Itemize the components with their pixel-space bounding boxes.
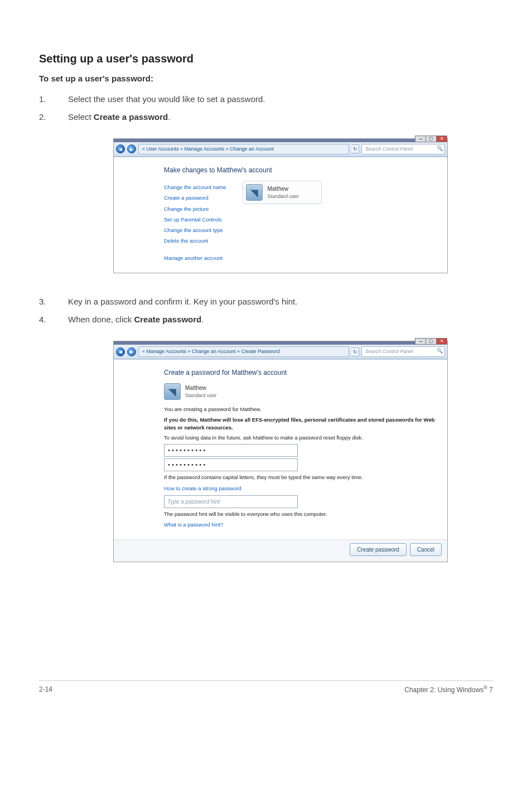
step-2: Select Create a password. bbox=[39, 111, 493, 124]
note-creating: You are creating a password for Matthew. bbox=[164, 405, 435, 413]
page-number: 2-14 bbox=[39, 684, 52, 695]
user-role: Standard user bbox=[185, 392, 217, 400]
avatar: ◥ bbox=[164, 383, 181, 400]
window-maximize[interactable]: ▢ bbox=[425, 136, 437, 142]
window-minimize[interactable]: ‒ bbox=[415, 136, 426, 142]
link-parental-controls[interactable]: Set up Parental Controls bbox=[164, 216, 226, 224]
confirm-password-field[interactable]: •••••••••• bbox=[164, 458, 298, 471]
avatar: ◥ bbox=[246, 184, 263, 201]
panel-title: Create a password for Matthew's account bbox=[164, 368, 435, 378]
link-what-is-hint[interactable]: What is a password hint? bbox=[164, 521, 435, 529]
window-close[interactable]: ✕ bbox=[436, 338, 447, 345]
steps-list-2: Key in a password and confirm it. Key in… bbox=[39, 296, 493, 326]
user-role: Standard user bbox=[267, 193, 299, 201]
link-manage-another[interactable]: Manage another account bbox=[164, 254, 226, 262]
link-change-type[interactable]: Change the account type bbox=[164, 226, 226, 234]
note-caps: If the password contains capital letters… bbox=[164, 474, 435, 481]
nav-back-icon[interactable]: ◄ bbox=[116, 347, 125, 356]
nav-back-icon[interactable]: ◄ bbox=[116, 144, 125, 153]
page-footer: 2-14 Chapter 2: Using Windows® 7 bbox=[39, 680, 493, 695]
note-avoid: To avoid losing data in the future, ask … bbox=[164, 434, 435, 442]
window-maximize[interactable]: ▢ bbox=[425, 338, 437, 345]
chapter-label: Chapter 2: Using Windows® 7 bbox=[404, 684, 493, 695]
user-name: Matthew bbox=[185, 384, 217, 392]
screenshot-change-account: ‒ ▢ ✕ ◄ ► « User Accounts » Manage Accou… bbox=[113, 138, 448, 273]
step-3: Key in a password and confirm it. Key in… bbox=[39, 296, 493, 308]
note-warning: If you do this, Matthew will lose all EF… bbox=[164, 416, 435, 432]
steps-list-1: Select the user that you would like to s… bbox=[39, 93, 493, 124]
note-hint-visible: The password hint will be visible to eve… bbox=[164, 510, 435, 518]
user-card: ◥ Matthew Standard user bbox=[243, 181, 322, 204]
screenshot-create-password: ‒ ▢ ✕ ◄ ► « Manage Accounts » Change an … bbox=[113, 341, 448, 563]
user-name: Matthew bbox=[267, 185, 299, 193]
window-minimize[interactable]: ‒ bbox=[415, 338, 426, 345]
nav-forward-icon[interactable]: ► bbox=[127, 347, 136, 356]
step-4: When done, click Create password. bbox=[39, 313, 493, 326]
link-change-name[interactable]: Change the account name bbox=[164, 183, 226, 191]
cancel-button[interactable]: Cancel bbox=[410, 543, 442, 556]
nav-forward-icon[interactable]: ► bbox=[127, 144, 136, 153]
link-delete-account[interactable]: Delete the account bbox=[164, 237, 226, 245]
account-action-links: Change the account name Create a passwor… bbox=[164, 181, 226, 265]
search-input[interactable]: Search Control Panel bbox=[361, 346, 445, 357]
address-bar[interactable]: « Manage Accounts » Change an Account » … bbox=[138, 346, 349, 357]
address-bar[interactable]: « User Accounts » Manage Accounts » Chan… bbox=[138, 144, 349, 155]
section-heading: Setting up a user's password bbox=[39, 50, 493, 67]
password-field[interactable]: •••••••••• bbox=[164, 444, 298, 457]
link-change-picture[interactable]: Change the picture bbox=[164, 205, 226, 213]
step-1: Select the user that you would like to s… bbox=[39, 93, 493, 106]
window-close[interactable]: ✕ bbox=[436, 136, 447, 142]
search-input[interactable]: Search Control Panel bbox=[361, 144, 445, 155]
link-create-password[interactable]: Create a password bbox=[164, 194, 226, 202]
panel-title: Make changes to Matthew's account bbox=[164, 165, 436, 175]
refresh-button[interactable]: ↻ bbox=[351, 144, 359, 153]
link-strong-password[interactable]: How to create a strong password bbox=[164, 485, 435, 492]
section-subheading: To set up a user's password: bbox=[39, 73, 493, 85]
refresh-button[interactable]: ↻ bbox=[351, 347, 359, 356]
create-password-button[interactable]: Create password bbox=[350, 543, 407, 556]
password-hint-field[interactable]: Type a password hint bbox=[164, 495, 298, 508]
